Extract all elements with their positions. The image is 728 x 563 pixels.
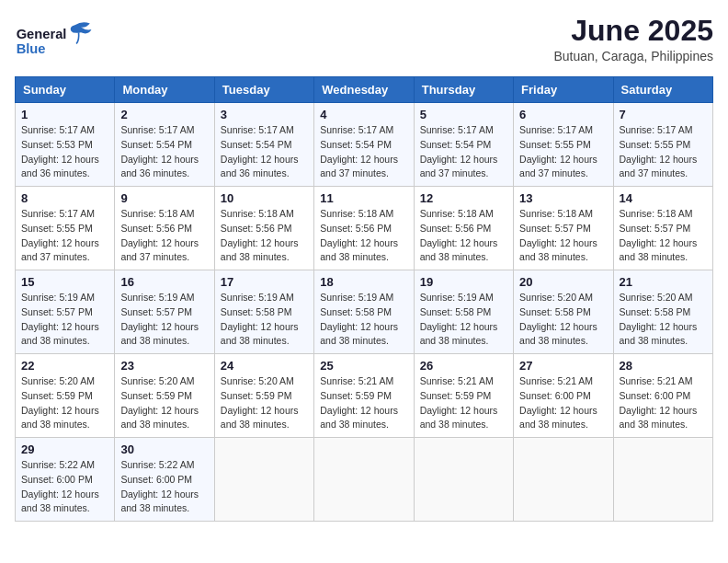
calendar-cell: 29Sunrise: 5:22 AMSunset: 6:00 PMDayligh… <box>16 438 115 522</box>
day-info: Sunrise: 5:17 AMSunset: 5:54 PMDaylight:… <box>120 123 208 181</box>
calendar-cell: 5Sunrise: 5:17 AMSunset: 5:54 PMDaylight… <box>414 103 513 187</box>
day-info: Sunrise: 5:19 AMSunset: 5:58 PMDaylight:… <box>420 291 507 349</box>
calendar-cell: 24Sunrise: 5:20 AMSunset: 5:59 PMDayligh… <box>214 354 313 438</box>
day-info: Sunrise: 5:19 AMSunset: 5:57 PMDaylight:… <box>120 291 208 349</box>
week-row-2: 8Sunrise: 5:17 AMSunset: 5:55 PMDaylight… <box>16 187 713 270</box>
day-info: Sunrise: 5:18 AMSunset: 5:56 PMDaylight:… <box>221 207 308 265</box>
day-info: Sunrise: 5:19 AMSunset: 5:57 PMDaylight:… <box>21 291 108 349</box>
calendar-cell: 18Sunrise: 5:19 AMSunset: 5:58 PMDayligh… <box>314 270 414 354</box>
day-number: 20 <box>519 275 607 289</box>
calendar-cell: 1Sunrise: 5:17 AMSunset: 5:53 PMDaylight… <box>16 103 115 187</box>
day-number: 24 <box>221 359 308 373</box>
calendar-cell: 12Sunrise: 5:18 AMSunset: 5:56 PMDayligh… <box>414 187 513 270</box>
day-of-week-saturday: Saturday <box>613 77 712 103</box>
calendar-cell: 13Sunrise: 5:18 AMSunset: 5:57 PMDayligh… <box>514 187 613 270</box>
day-number: 4 <box>320 108 407 121</box>
calendar-cell: 23Sunrise: 5:20 AMSunset: 5:59 PMDayligh… <box>115 354 214 438</box>
day-number: 22 <box>21 359 108 373</box>
day-number: 9 <box>120 191 208 205</box>
calendar-cell: 26Sunrise: 5:21 AMSunset: 5:59 PMDayligh… <box>414 354 513 438</box>
calendar-cell: 16Sunrise: 5:19 AMSunset: 5:57 PMDayligh… <box>115 270 214 354</box>
day-number: 17 <box>221 275 308 289</box>
calendar-header: SundayMondayTuesdayWednesdayThursdayFrid… <box>16 77 713 103</box>
calendar-cell: 19Sunrise: 5:19 AMSunset: 5:58 PMDayligh… <box>414 270 513 354</box>
day-number: 6 <box>519 108 607 121</box>
calendar-cell: 21Sunrise: 5:20 AMSunset: 5:58 PMDayligh… <box>613 270 712 354</box>
day-number: 2 <box>120 108 208 121</box>
calendar-cell: 14Sunrise: 5:18 AMSunset: 5:57 PMDayligh… <box>613 187 712 270</box>
day-info: Sunrise: 5:18 AMSunset: 5:57 PMDaylight:… <box>519 207 607 265</box>
week-row-4: 22Sunrise: 5:20 AMSunset: 5:59 PMDayligh… <box>16 354 713 438</box>
day-number: 25 <box>320 359 407 373</box>
day-number: 8 <box>21 191 108 205</box>
page-header: General Blue June 2025 Butuan, Caraga, P… <box>15 15 713 65</box>
day-info: Sunrise: 5:18 AMSunset: 5:56 PMDaylight:… <box>320 207 407 265</box>
calendar-cell <box>414 438 513 522</box>
day-number: 5 <box>420 108 507 121</box>
day-info: Sunrise: 5:17 AMSunset: 5:55 PMDaylight:… <box>21 207 108 265</box>
day-info: Sunrise: 5:21 AMSunset: 5:59 PMDaylight:… <box>420 374 507 432</box>
day-of-week-thursday: Thursday <box>414 77 513 103</box>
day-number: 12 <box>420 191 507 205</box>
calendar-body: 1Sunrise: 5:17 AMSunset: 5:53 PMDaylight… <box>16 103 713 522</box>
day-number: 16 <box>120 275 208 289</box>
day-number: 10 <box>221 191 308 205</box>
day-number: 14 <box>620 191 707 205</box>
calendar-cell: 15Sunrise: 5:19 AMSunset: 5:57 PMDayligh… <box>16 270 115 354</box>
title-area: June 2025 Butuan, Caraga, Philippines <box>553 15 713 63</box>
day-info: Sunrise: 5:20 AMSunset: 5:58 PMDaylight:… <box>620 291 707 349</box>
day-number: 1 <box>21 108 108 121</box>
calendar-cell: 9Sunrise: 5:18 AMSunset: 5:56 PMDaylight… <box>115 187 214 270</box>
calendar-cell <box>613 438 712 522</box>
week-row-5: 29Sunrise: 5:22 AMSunset: 6:00 PMDayligh… <box>16 438 713 522</box>
calendar-cell: 22Sunrise: 5:20 AMSunset: 5:59 PMDayligh… <box>16 354 115 438</box>
calendar-cell: 7Sunrise: 5:17 AMSunset: 5:55 PMDaylight… <box>613 103 712 187</box>
calendar-cell: 25Sunrise: 5:21 AMSunset: 5:59 PMDayligh… <box>314 354 414 438</box>
calendar-table: SundayMondayTuesdayWednesdayThursdayFrid… <box>15 76 713 522</box>
day-info: Sunrise: 5:21 AMSunset: 6:00 PMDaylight:… <box>620 374 707 432</box>
calendar-cell: 6Sunrise: 5:17 AMSunset: 5:55 PMDaylight… <box>514 103 613 187</box>
svg-text:Blue: Blue <box>17 41 46 56</box>
calendar-cell: 30Sunrise: 5:22 AMSunset: 6:00 PMDayligh… <box>115 438 214 522</box>
day-number: 13 <box>519 191 607 205</box>
day-info: Sunrise: 5:19 AMSunset: 5:58 PMDaylight:… <box>221 291 308 349</box>
day-number: 19 <box>420 275 507 289</box>
day-info: Sunrise: 5:20 AMSunset: 5:59 PMDaylight:… <box>21 374 108 432</box>
day-info: Sunrise: 5:18 AMSunset: 5:56 PMDaylight:… <box>420 207 507 265</box>
month-year-title: June 2025 <box>553 15 713 47</box>
svg-text:General: General <box>17 27 67 41</box>
calendar-cell: 10Sunrise: 5:18 AMSunset: 5:56 PMDayligh… <box>214 187 313 270</box>
day-number: 27 <box>519 359 607 373</box>
week-row-1: 1Sunrise: 5:17 AMSunset: 5:53 PMDaylight… <box>16 103 713 187</box>
week-row-3: 15Sunrise: 5:19 AMSunset: 5:57 PMDayligh… <box>16 270 713 354</box>
day-info: Sunrise: 5:17 AMSunset: 5:54 PMDaylight:… <box>320 123 407 181</box>
day-of-week-monday: Monday <box>115 77 214 103</box>
day-of-week-tuesday: Tuesday <box>214 77 313 103</box>
logo: General Blue <box>15 15 97 65</box>
day-number: 7 <box>620 108 707 121</box>
day-headers-row: SundayMondayTuesdayWednesdayThursdayFrid… <box>16 77 713 103</box>
day-info: Sunrise: 5:18 AMSunset: 5:56 PMDaylight:… <box>120 207 208 265</box>
day-info: Sunrise: 5:18 AMSunset: 5:57 PMDaylight:… <box>620 207 707 265</box>
day-info: Sunrise: 5:22 AMSunset: 6:00 PMDaylight:… <box>120 458 208 516</box>
day-number: 15 <box>21 275 108 289</box>
calendar-cell: 20Sunrise: 5:20 AMSunset: 5:58 PMDayligh… <box>514 270 613 354</box>
calendar-cell: 28Sunrise: 5:21 AMSunset: 6:00 PMDayligh… <box>613 354 712 438</box>
day-number: 29 <box>21 442 108 456</box>
calendar-cell: 4Sunrise: 5:17 AMSunset: 5:54 PMDaylight… <box>314 103 414 187</box>
logo-svg: General Blue <box>15 15 97 65</box>
day-info: Sunrise: 5:20 AMSunset: 5:58 PMDaylight:… <box>519 291 607 349</box>
day-number: 18 <box>320 275 407 289</box>
day-of-week-friday: Friday <box>514 77 613 103</box>
day-of-week-wednesday: Wednesday <box>314 77 414 103</box>
calendar-cell <box>214 438 313 522</box>
day-number: 23 <box>120 359 208 373</box>
calendar-cell <box>314 438 414 522</box>
day-info: Sunrise: 5:17 AMSunset: 5:55 PMDaylight:… <box>519 123 607 181</box>
day-number: 3 <box>221 108 308 121</box>
calendar-cell: 3Sunrise: 5:17 AMSunset: 5:54 PMDaylight… <box>214 103 313 187</box>
calendar-cell: 17Sunrise: 5:19 AMSunset: 5:58 PMDayligh… <box>214 270 313 354</box>
calendar-cell: 8Sunrise: 5:17 AMSunset: 5:55 PMDaylight… <box>16 187 115 270</box>
day-info: Sunrise: 5:17 AMSunset: 5:54 PMDaylight:… <box>221 123 308 181</box>
calendar-cell: 27Sunrise: 5:21 AMSunset: 6:00 PMDayligh… <box>514 354 613 438</box>
